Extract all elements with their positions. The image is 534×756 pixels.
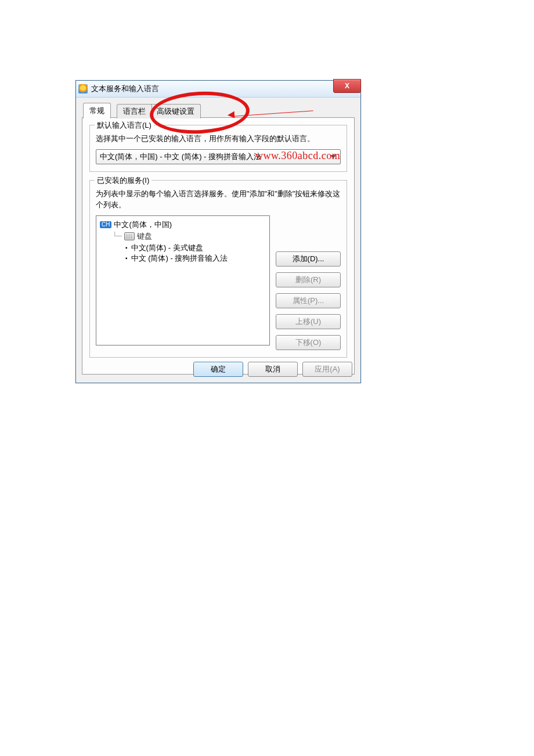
close-button[interactable]: X [333,79,361,93]
annotation-watermark: www.360abcd.com [255,150,340,162]
group-legend: 默认输入语言(L) [95,120,154,131]
group-default-input-language: 默认输入语言(L) 选择其中一个已安装的输入语言，用作所有输入字段的默认语言。 … [89,125,347,172]
titlebar[interactable]: 文本服务和输入语言 X [76,81,360,98]
app-icon [78,84,88,93]
remove-button[interactable]: 删除(R) [276,272,341,287]
window-title: 文本服务和输入语言 [91,84,159,94]
language-badge-icon: CH [100,221,111,228]
properties-button[interactable]: 属性(P)... [276,293,341,308]
service-buttons-column: 添加(D)... 删除(R) 属性(P)... 上移(U) 下移(O) [276,215,341,350]
keyboard-label: 键盘 [137,231,152,242]
installed-services-description: 为列表中显示的每个输入语言选择服务。使用"添加"和"删除"按钮来修改这个列表。 [96,189,341,211]
move-down-button[interactable]: 下移(O) [276,335,341,350]
language-label: 中文(简体，中国) [114,219,172,230]
tab-strip: 常规 语言栏 高级键设置 [82,102,355,118]
tab-advanced-key-settings[interactable]: 高级键设置 [150,104,201,118]
ok-button[interactable]: 确定 [193,362,243,377]
move-up-button[interactable]: 上移(U) [276,314,341,329]
apply-button[interactable]: 应用(A) [302,362,352,377]
combobox-value: 中文(简体，中国) - 中文 (简体) - 搜狗拼音输入法 [100,152,261,162]
tab-language-bar[interactable]: 语言栏 [117,104,152,118]
add-button[interactable]: 添加(D)... [276,251,341,267]
close-icon: X [345,82,349,89]
tab-general[interactable]: 常规 [83,103,111,118]
dialog-button-row: 确定 取消 应用(A) [193,362,352,377]
group-installed-services: 已安装的服务(I) 为列表中显示的每个输入语言选择服务。使用"添加"和"删除"按… [89,180,347,358]
tree-ime-item[interactable]: 中文 (简体) - 搜狗拼音输入法 [123,253,266,264]
cancel-button[interactable]: 取消 [248,362,298,377]
keyboard-icon [124,232,135,240]
group-legend: 已安装的服务(I) [95,175,151,186]
installed-services-tree[interactable]: CH 中文(简体，中国) └─ 键盘 中文(简体) - 美式键盘 [96,215,270,345]
dialog-text-services: 文本服务和输入语言 X 常规 语言栏 高级键设置 默认输入语言(L) 选择其中一… [75,80,361,383]
default-language-description: 选择其中一个已安装的输入语言，用作所有输入字段的默认语言。 [96,134,341,145]
tree-language-node[interactable]: CH 中文(简体，中国) [100,219,266,230]
tree-ime-item[interactable]: 中文(简体) - 美式键盘 [123,243,266,253]
tree-keyboard-node[interactable]: └─ 键盘 [113,231,266,242]
